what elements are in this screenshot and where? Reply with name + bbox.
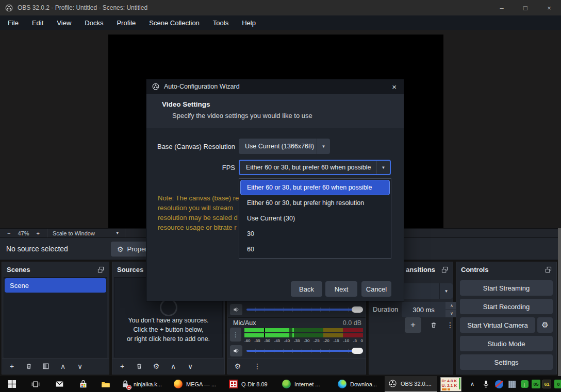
menu-tools[interactable]: Tools	[206, 15, 235, 30]
taskbar-app-qdir[interactable]: Q-Dir 8.09	[225, 376, 277, 392]
tray-grid-icon[interactable]	[506, 376, 518, 392]
taskbar-app-keepass[interactable]: ninjaika.k...	[118, 376, 168, 392]
menu-scene-collection[interactable]: Scene Collection	[142, 15, 206, 30]
settings-button[interactable]: Settings	[460, 354, 553, 370]
move-scene-down-button[interactable]: ∨	[76, 362, 84, 370]
empty-sources-message: You don't have any sources. Click the + …	[114, 316, 222, 344]
fps-option-selected[interactable]: Either 60 or 30, but prefer 60 when poss…	[240, 180, 390, 195]
move-source-down-button[interactable]: ∨	[186, 362, 194, 370]
slider-handle[interactable]	[352, 348, 363, 354]
taskbar-app-edge[interactable]: Downloa...	[334, 376, 383, 392]
base-resolution-select[interactable]: Use Current (1366x768) ▼	[239, 139, 330, 154]
fps-label: FPS	[154, 164, 235, 172]
move-scene-up-button[interactable]: ∧	[59, 362, 67, 370]
transition-menu-button[interactable]: ⋮	[446, 321, 454, 329]
tray-monitor-badge-1[interactable]: 05	[531, 376, 541, 392]
scenes-dock-title: Scenes	[7, 266, 30, 274]
locked-badge-icon	[126, 385, 131, 390]
dialog-close-button[interactable]: ×	[390, 82, 398, 91]
fps-option[interactable]: 30	[240, 226, 390, 242]
tray-monitor-badge-2[interactable]: 61	[541, 376, 552, 392]
studio-mode-button[interactable]: Studio Mode	[460, 336, 553, 351]
mic-aux-label: Mic/Aux	[233, 319, 256, 327]
wizard-step-heading: Video Settings	[162, 100, 404, 108]
net-download: D: 4.8 K	[442, 379, 461, 383]
remove-transition-button[interactable]	[430, 321, 438, 329]
task-view-button[interactable]	[24, 376, 47, 392]
menu-view[interactable]: View	[50, 15, 78, 30]
tray-keepass-locked-icon[interactable]	[492, 376, 506, 392]
maximize-button[interactable]: □	[514, 0, 537, 15]
back-button[interactable]: Back	[291, 281, 322, 297]
mail-app-icon[interactable]	[47, 376, 71, 392]
file-explorer-icon[interactable]	[94, 376, 118, 392]
duration-value[interactable]: 300 ms	[402, 302, 446, 317]
taskbar-app-firefox-mega[interactable]: MEGA — ...	[170, 376, 223, 392]
scene-list: Scene	[4, 277, 107, 357]
menu-profile[interactable]: Profile	[110, 15, 142, 30]
mic-aux-menu-button[interactable]: ⋮	[230, 328, 241, 342]
chevron-down-icon: ▼	[376, 161, 390, 174]
dialog-header: Video Settings Specify the video setting…	[146, 94, 404, 128]
start-button[interactable]	[0, 376, 24, 392]
tray-idm-icon[interactable]: ↓	[518, 376, 531, 392]
remove-scene-button[interactable]	[25, 362, 33, 370]
mic-aux-labels: Mic/Aux 0.0 dB	[233, 319, 361, 327]
move-source-up-button[interactable]: ∧	[169, 362, 177, 370]
network-meter-widget[interactable]: D: 4.8 K U: 2.1 K	[439, 376, 462, 392]
tray-microphone-icon[interactable]	[479, 376, 492, 392]
cancel-button[interactable]: Cancel	[361, 281, 391, 297]
scale-mode-dropdown[interactable]: Scale to Window ▼	[47, 229, 125, 237]
desktop-audio-volume-slider[interactable]	[246, 304, 363, 315]
taskbar-app-idm[interactable]: Internet ...	[278, 376, 331, 392]
menu-edit[interactable]: Edit	[25, 15, 50, 30]
virtual-camera-config-button[interactable]: ⚙	[537, 317, 553, 333]
add-source-button[interactable]: +	[118, 362, 126, 370]
minimize-button[interactable]: –	[490, 0, 514, 15]
zoom-level: 47%	[18, 230, 29, 236]
popout-icon[interactable]	[97, 266, 104, 273]
next-button[interactable]: Next	[325, 281, 357, 297]
mute-speaker-icon[interactable]	[230, 304, 242, 315]
popout-icon[interactable]	[545, 266, 552, 273]
menu-file[interactable]: File	[1, 15, 25, 30]
slider-handle[interactable]	[352, 306, 363, 313]
menu-help[interactable]: Help	[235, 15, 262, 30]
start-virtual-camera-button[interactable]: Start Virtual Camera	[460, 317, 535, 333]
fps-select[interactable]: Either 60 or 30, but prefer 60 when poss…	[239, 160, 391, 175]
controls-dock: Controls Start Streaming Start Recording…	[456, 262, 557, 374]
microsoft-store-icon[interactable]	[71, 376, 95, 392]
controls-dock-header: Controls	[456, 262, 556, 277]
fps-option[interactable]: Either 60 or 30, but prefer high resolut…	[240, 195, 390, 211]
zoom-out-button[interactable]: −	[5, 230, 12, 236]
vu-level-left	[244, 328, 289, 332]
start-recording-button[interactable]: Start Recording	[460, 299, 553, 314]
source-properties-button[interactable]: ⚙	[152, 362, 160, 370]
obs-main-window: OBS 32.0.2 - Profile: Untitled - Scenes:…	[0, 0, 561, 392]
tray-monitor-badge-3[interactable]: 0	[553, 376, 561, 392]
remove-source-button[interactable]	[135, 362, 143, 370]
chevron-down-icon: ▼	[439, 283, 453, 299]
close-button[interactable]: ×	[537, 0, 561, 15]
fps-option[interactable]: 60	[240, 242, 390, 257]
scene-filters-button[interactable]	[42, 362, 50, 370]
scene-list-item-selected[interactable]: Scene	[5, 278, 106, 293]
add-transition-button[interactable]: +	[405, 317, 421, 333]
mute-speaker-icon[interactable]	[230, 345, 242, 356]
mic-aux-volume-slider[interactable]	[246, 345, 363, 356]
advanced-audio-button[interactable]: ⚙	[234, 362, 242, 370]
mixer-menu-button[interactable]: ⋮	[253, 362, 261, 370]
tray-chevron-up[interactable]: ∧	[466, 376, 479, 392]
taskbar-app-obs[interactable]: OBS 32.0....	[385, 376, 437, 392]
vu-level-right	[244, 333, 289, 337]
add-scene-button[interactable]: +	[8, 362, 16, 370]
start-streaming-button[interactable]: Start Streaming	[460, 280, 553, 296]
fps-option[interactable]: Use Current (30)	[240, 211, 390, 226]
popout-icon[interactable]	[441, 266, 448, 273]
transitions-toolbar: + ⋮	[405, 317, 454, 333]
zoom-in-button[interactable]: +	[34, 230, 41, 236]
edge-icon	[338, 380, 346, 388]
dialog-titlebar: Auto-Configuration Wizard ×	[146, 79, 404, 94]
idm-icon	[282, 380, 291, 388]
menu-docks[interactable]: Docks	[78, 15, 110, 30]
